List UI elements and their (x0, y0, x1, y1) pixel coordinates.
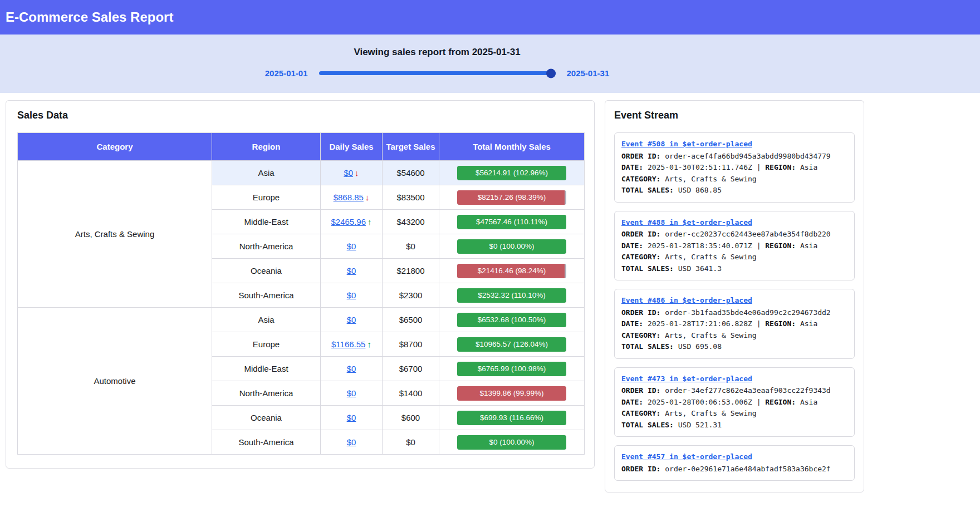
date-slider[interactable] (319, 71, 556, 75)
trend-down-icon: ↓ (365, 193, 370, 202)
region-cell: Middle-East (212, 357, 321, 381)
total-monthly-cell: $82157.26 (98.39%) (439, 185, 585, 210)
table-row: Arts, Crafts & SewingAsia$0↓$54600$56214… (18, 161, 585, 185)
daily-sales-cell: $0 (321, 381, 383, 406)
region-cell: Middle-East (212, 210, 321, 234)
daily-sales-link[interactable]: $0 (347, 388, 356, 398)
event-link[interactable]: Event #457 in $et-order-placed (621, 451, 752, 463)
daily-sales-link[interactable]: $0 (347, 290, 356, 300)
daily-sales-cell: $0 (321, 259, 383, 283)
target-sales-cell: $8700 (383, 332, 439, 357)
total-monthly-cell: $0 (100.00%) (439, 234, 585, 259)
sales-table: Category Region Daily Sales Target Sales… (17, 132, 585, 455)
monthly-progress-bar: $6765.99 (100.98%) (457, 362, 566, 376)
daily-sales-cell: $0 (321, 406, 383, 430)
monthly-progress-bar: $2532.32 (110.10%) (457, 288, 566, 303)
category-cell: Automotive (18, 308, 212, 455)
col-region: Region (212, 133, 321, 161)
monthly-progress-bar: $47567.46 (110.11%) (457, 215, 566, 229)
progress-label: $1399.86 (99.99%) (457, 386, 566, 401)
event-link[interactable]: Event #508 in $et-order-placed (621, 139, 752, 150)
event-date-region: DATE: 2025-01-28T00:06:53.006Z | REGION:… (621, 397, 847, 408)
event-total-sales: TOTAL SALES: USD 3641.3 (621, 263, 847, 275)
daily-sales-cell: $0↓ (321, 161, 383, 185)
target-sales-cell: $54600 (383, 161, 439, 185)
total-monthly-cell: $2532.32 (110.10%) (439, 283, 585, 308)
event-category: CATEGORY: Arts, Crafts & Sewing (621, 408, 847, 420)
date-slider-row: 2025-01-01 2025-01-31 (0, 68, 874, 78)
daily-sales-link[interactable]: $1166.55 (331, 339, 365, 349)
progress-label: $6765.99 (100.98%) (457, 362, 566, 376)
sales-heading: Sales Data (17, 110, 583, 121)
event-date-region: DATE: 2025-01-28T18:35:40.071Z | REGION:… (621, 240, 847, 252)
event-date-region: DATE: 2025-01-30T02:51:11.746Z | REGION:… (621, 162, 847, 174)
table-row: AutomotiveAsia$0$6500$6532.68 (100.50%) (18, 308, 585, 332)
daily-sales-link[interactable]: $0 (347, 315, 356, 324)
target-sales-cell: $0 (383, 430, 439, 455)
event-card: Event #473 in $et-order-placedORDER ID: … (614, 367, 855, 437)
daily-sales-cell: $0 (321, 234, 383, 259)
monthly-progress-bar: $10965.57 (126.04%) (457, 337, 566, 352)
daily-sales-link[interactable]: $868.85 (334, 193, 364, 202)
daily-sales-link[interactable]: $0 (347, 437, 356, 447)
target-sales-cell: $1400 (383, 381, 439, 406)
daily-sales-cell: $1166.55↑ (321, 332, 383, 357)
progress-label: $47567.46 (110.11%) (457, 215, 566, 229)
daily-sales-link[interactable]: $0 (347, 266, 356, 275)
event-card: Event #508 in $et-order-placedORDER ID: … (614, 132, 855, 203)
total-monthly-cell: $699.93 (116.66%) (439, 406, 585, 430)
daily-sales-link[interactable]: $2465.96 (331, 217, 366, 226)
total-monthly-cell: $6532.68 (100.50%) (439, 308, 585, 332)
daily-sales-link[interactable]: $0 (347, 364, 356, 373)
event-stream-card: Event Stream Event #508 in $et-order-pla… (605, 100, 864, 492)
event-order-id: ORDER ID: order-acef4fa66bd945a3abdd9980… (621, 151, 847, 162)
event-card: Event #457 in $et-order-placedORDER ID: … (614, 445, 855, 481)
monthly-progress-bar: $0 (100.00%) (457, 435, 566, 450)
target-sales-cell: $21800 (383, 259, 439, 283)
col-total-monthly-sales: Total Monthly Sales (439, 133, 585, 161)
event-order-id: ORDER ID: order-0e2961e71a6e484abfadf583… (621, 464, 847, 475)
col-category: Category (18, 133, 212, 161)
event-category: CATEGORY: Arts, Crafts & Sewing (621, 174, 847, 185)
monthly-progress-bar: $699.93 (116.66%) (457, 411, 566, 425)
daily-sales-cell: $0 (321, 283, 383, 308)
daily-sales-cell: $0 (321, 357, 383, 381)
daily-sales-link[interactable]: $0 (344, 168, 353, 178)
app-header: E-Commerce Sales Report (0, 0, 980, 35)
event-card: Event #486 in $et-order-placedORDER ID: … (614, 289, 855, 359)
daily-sales-link[interactable]: $0 (347, 413, 356, 422)
daily-sales-cell: $2465.96↑ (321, 210, 383, 234)
daily-sales-link[interactable]: $0 (347, 242, 356, 251)
col-daily-sales: Daily Sales (321, 133, 383, 161)
sales-table-header: Category Region Daily Sales Target Sales… (18, 133, 585, 161)
progress-label: $699.93 (116.66%) (457, 411, 566, 425)
monthly-progress-bar: $82157.26 (98.39%) (457, 190, 566, 205)
event-total-sales: TOTAL SALES: USD 521.31 (621, 420, 847, 431)
target-sales-cell: $43200 (383, 210, 439, 234)
region-cell: Oceania (212, 406, 321, 430)
filter-title: Viewing sales report from 2025-01-31 (0, 47, 874, 58)
region-cell: Europe (212, 185, 321, 210)
region-cell: North-America (212, 234, 321, 259)
col-target-sales: Target Sales (383, 133, 439, 161)
total-monthly-cell: $10965.57 (126.04%) (439, 332, 585, 357)
daily-sales-cell: $0 (321, 308, 383, 332)
event-total-sales: TOTAL SALES: USD 868.85 (621, 185, 847, 196)
events-heading: Event Stream (614, 110, 855, 121)
progress-label: $0 (100.00%) (457, 239, 566, 254)
event-link[interactable]: Event #473 in $et-order-placed (621, 373, 752, 385)
region-cell: South-America (212, 430, 321, 455)
total-monthly-cell: $6765.99 (100.98%) (439, 357, 585, 381)
sales-data-card: Sales Data Category Region Daily Sales T… (6, 100, 595, 469)
date-slider-thumb[interactable] (546, 68, 556, 78)
trend-up-icon: ↑ (367, 339, 371, 349)
event-link[interactable]: Event #486 in $et-order-placed (621, 295, 752, 307)
date-filter-inner: Viewing sales report from 2025-01-31 202… (0, 35, 874, 78)
event-list: Event #508 in $et-order-placedORDER ID: … (614, 132, 855, 481)
event-link[interactable]: Event #488 in $et-order-placed (621, 217, 752, 229)
slider-max-label: 2025-01-31 (567, 68, 610, 78)
target-sales-cell: $6500 (383, 308, 439, 332)
event-category: CATEGORY: Arts, Crafts & Sewing (621, 330, 847, 342)
region-cell: Asia (212, 161, 321, 185)
progress-label: $10965.57 (126.04%) (457, 337, 566, 352)
